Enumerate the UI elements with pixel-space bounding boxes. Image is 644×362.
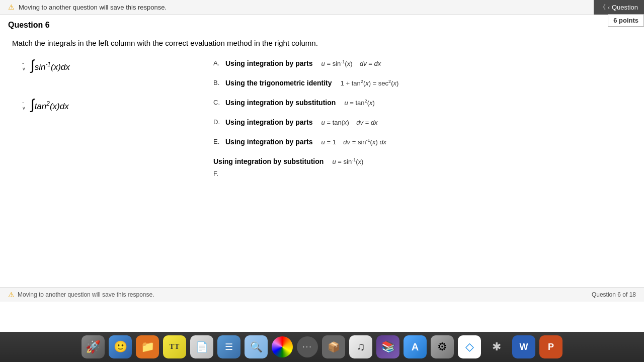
dock-dots[interactable]: ··· (297, 336, 318, 357)
option-b-label: B. (213, 79, 221, 86)
dock-rocket[interactable]: 🚀 (82, 335, 105, 358)
dropdown-2[interactable]: - ∨ (22, 99, 26, 111)
option-d-detail: u = tan(x) dv = dx (317, 119, 377, 126)
option-a-detail: u = sin-1(x) dv = dx (317, 60, 381, 67)
main-content: ⚠ Moving to another question will save t… (0, 0, 644, 332)
dock-notes[interactable]: TT (163, 335, 186, 358)
option-a: A. Using integration by parts u = sin-1(… (213, 58, 632, 69)
bottom-warning-text: Moving to another question will save thi… (18, 291, 154, 298)
question-instructions: Match the integrals in the left column w… (12, 38, 632, 48)
option-a-label: A. (213, 59, 221, 67)
dock-files[interactable]: 📦 (322, 335, 345, 358)
option-f-label: F. (213, 170, 218, 177)
integral-1-display: ∫sin-1(x)dx (31, 58, 70, 72)
option-c-label: C. (213, 99, 221, 106)
dock-txt[interactable]: 📄 (190, 335, 213, 358)
dock: 🚀 🙂 📁 TT 📄 ☰ 🔍 ··· 📦 ♫ 📚 A ⚙ ◇ ✱ W P (0, 332, 644, 362)
columns-container: - ∨ ∫sin-1(x)dx - ∨ ∫tan2(x)dx (12, 58, 632, 180)
option-d-method: Using integration by parts u = tan(x) dv… (225, 117, 378, 128)
question-header: Question 6 6 points (0, 15, 644, 34)
dock-appstore[interactable]: A (404, 335, 427, 358)
right-column: A. Using integration by parts u = sin-1(… (203, 58, 632, 180)
option-f-detail: u = sin-1(x) (329, 158, 363, 165)
bottom-warning-bar: ⚠ Moving to another question will save t… (0, 287, 644, 302)
left-column: - ∨ ∫sin-1(x)dx - ∨ ∫tan2(x)dx (12, 58, 203, 180)
question-number: Question 6 (8, 21, 50, 30)
integral-2-display: ∫tan2(x)dx (31, 98, 69, 112)
option-e: E. Using integration by parts u = 1 dv =… (213, 137, 632, 147)
option-b-detail: 1 + tan2(x) = sec2(x) (337, 79, 398, 87)
dock-folder[interactable]: 📁 (136, 335, 159, 358)
dropdown-1[interactable]: - ∨ (22, 60, 26, 71)
option-e-detail: u = 1 dv = sin-1(x) dx (317, 138, 386, 146)
integral-item-2: - ∨ ∫tan2(x)dx (22, 98, 203, 112)
option-c-detail: u = tan2(x) (341, 99, 375, 107)
option-d: D. Using integration by parts u = tan(x)… (213, 117, 632, 128)
top-warning-bar: ⚠ Moving to another question will save t… (0, 0, 644, 15)
page-indicator: Question 6 of 18 (592, 291, 636, 298)
option-b: B. Using the trigonometric identity 1 + … (213, 78, 632, 88)
dock-list[interactable]: ☰ (217, 335, 240, 358)
bottom-warning-icon: ⚠ (8, 291, 15, 299)
nav-question-label: Question (612, 4, 638, 11)
dock-search[interactable]: 🔍 (245, 335, 268, 358)
option-f-method: Using integration by substitution u = si… (213, 156, 363, 167)
option-e-label: E. (213, 138, 221, 145)
top-navigation: 《 ‹ Question (594, 0, 644, 15)
option-c: C. Using integration by substitution u =… (213, 98, 632, 108)
dock-bluetooth[interactable]: ✱ (485, 335, 508, 358)
question-body: Match the integrals in the left column w… (0, 34, 644, 188)
dock-finder[interactable]: 🙂 (109, 335, 132, 358)
option-a-method: Using integration by parts u = sin-1(x) … (225, 58, 381, 69)
points-badge: 6 points (608, 14, 644, 27)
integral-item-1: - ∨ ∫sin-1(x)dx (22, 58, 203, 72)
option-f: Using integration by substitution u = si… (213, 156, 632, 167)
dock-settings[interactable]: ⚙ (431, 335, 454, 358)
dock-photos[interactable] (272, 336, 293, 357)
option-e-method: Using integration by parts u = 1 dv = si… (225, 137, 386, 147)
dock-music[interactable]: ♫ (349, 335, 372, 358)
nav-prev-arrow2[interactable]: ‹ (608, 4, 610, 11)
warning-top-text: Moving to another question will save thi… (19, 4, 167, 11)
option-d-label: D. (213, 118, 221, 126)
option-c-method: Using integration by substitution u = ta… (225, 98, 375, 108)
dock-word[interactable]: W (512, 335, 535, 358)
warning-icon: ⚠ (8, 3, 15, 11)
nav-prev-arrow[interactable]: 《 (600, 3, 606, 12)
dock-books[interactable]: 📚 (376, 335, 399, 358)
dock-powerpoint[interactable]: P (539, 335, 562, 358)
dock-dropbox[interactable]: ◇ (458, 335, 481, 358)
option-b-method: Using the trigonometric identity 1 + tan… (225, 78, 398, 88)
